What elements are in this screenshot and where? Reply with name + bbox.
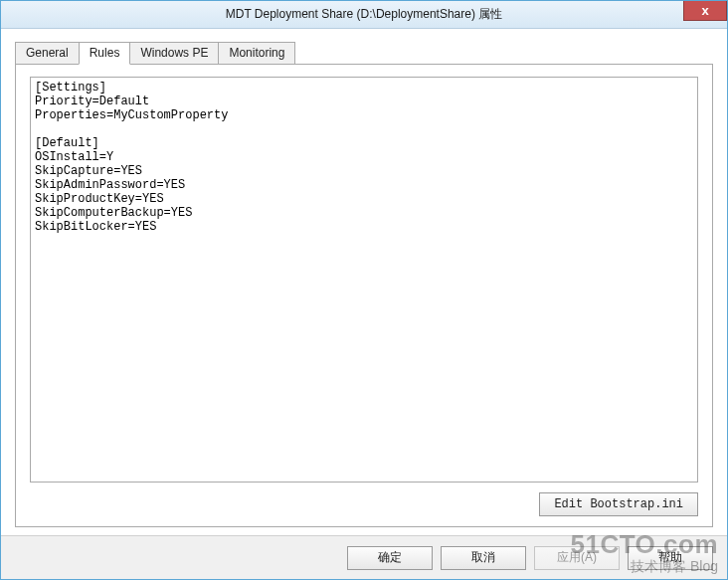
tab-rules-label: Rules: [90, 46, 120, 60]
panel-footer: Edit Bootstrap.ini: [30, 492, 698, 516]
tab-rules[interactable]: Rules: [79, 42, 131, 65]
cancel-label: 取消: [471, 549, 495, 566]
edit-bootstrap-button[interactable]: Edit Bootstrap.ini: [539, 492, 698, 516]
tabpanel-rules: Edit Bootstrap.ini: [15, 64, 713, 527]
client-area: General Rules Windows PE Monitoring Edit…: [1, 29, 727, 535]
apply-button[interactable]: 应用(A): [534, 546, 620, 570]
tab-windows-pe-label: Windows PE: [140, 46, 208, 60]
tab-monitoring[interactable]: Monitoring: [218, 42, 295, 65]
close-button[interactable]: x: [683, 1, 727, 21]
tab-general-label: General: [26, 46, 69, 60]
dialog-footer: 确定 取消 应用(A) 帮助: [1, 535, 727, 579]
rules-textarea[interactable]: [30, 77, 698, 483]
titlebar: MDT Deployment Share (D:\DeploymentShare…: [1, 1, 727, 29]
tab-general[interactable]: General: [15, 42, 80, 65]
help-button[interactable]: 帮助: [628, 546, 713, 570]
dialog-window: MDT Deployment Share (D:\DeploymentShare…: [0, 0, 728, 580]
edit-bootstrap-label: Edit Bootstrap.ini: [554, 497, 683, 511]
cancel-button[interactable]: 取消: [441, 546, 526, 570]
ok-button[interactable]: 确定: [347, 546, 433, 570]
tabstrip: General Rules Windows PE Monitoring: [15, 41, 713, 65]
help-label: 帮助: [658, 549, 682, 566]
tab-windows-pe[interactable]: Windows PE: [129, 42, 219, 65]
apply-label: 应用(A): [557, 549, 597, 566]
ok-label: 确定: [378, 549, 402, 566]
rules-textarea-wrap: [30, 77, 698, 483]
close-icon: x: [701, 3, 708, 18]
titlebar-title: MDT Deployment Share (D:\DeploymentShare…: [1, 6, 727, 23]
tab-monitoring-label: Monitoring: [229, 46, 284, 60]
